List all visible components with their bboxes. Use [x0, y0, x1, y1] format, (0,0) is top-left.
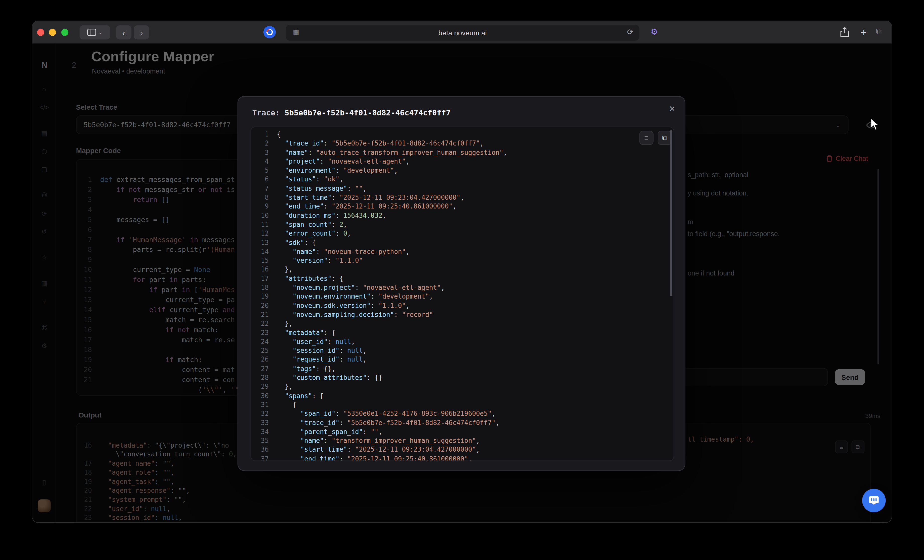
code-line: 18 "noveum.project": "novaeval-etl-agent… — [251, 283, 674, 292]
code-line: 35 "name": "transform_improver_human_sug… — [251, 436, 674, 445]
code-line: 27 "tags": {}, — [251, 364, 674, 373]
mouse-cursor — [870, 118, 880, 134]
wrap-lines-button[interactable]: ≡ — [639, 131, 653, 145]
address-bar[interactable]: ▦ beta.noveum.ai ⟳ — [286, 25, 639, 40]
share-icon[interactable] — [840, 27, 849, 39]
trace-dialog-title: Trace:5b5e0b7e-f52b-4f01-8d82-46c474cf0f… — [252, 108, 450, 117]
code-line: 9 "end_time": "2025-12-11 09:25:40.86100… — [251, 202, 674, 211]
code-line: 29 }, — [251, 382, 674, 391]
reload-icon[interactable]: ⟳ — [627, 28, 633, 36]
code-line: 31 { — [251, 400, 674, 409]
chat-bubble-icon — [868, 495, 879, 506]
browser-toolbar: ⌄ ‹ › ▦ beta.noveum.ai ⟳ ⚙ ＋ ⧉ — [32, 21, 892, 43]
json-scrollbar-thumb[interactable] — [670, 130, 672, 296]
chat-widget-button[interactable] — [862, 489, 886, 512]
trace-title-label: Trace: — [252, 108, 280, 117]
code-line: 5 "environment": "development", — [251, 166, 674, 175]
code-line: 34 "parent_span_id": "", — [251, 427, 674, 436]
code-line: 3 "name": "auto_trace_transform_improver… — [251, 148, 674, 157]
code-line: 21 "noveum.sampling.decision": "record" — [251, 310, 674, 319]
code-line: 10 "duration_ms": 156434.032, — [251, 211, 674, 220]
sidebar-toggle-button[interactable]: ⌄ — [80, 25, 110, 39]
forward-button[interactable]: › — [134, 25, 149, 39]
url-text: beta.noveum.ai — [286, 25, 639, 40]
code-line: 1{ — [251, 130, 674, 139]
code-line: 7 "status_message": "", — [251, 184, 674, 193]
window-zoom-button[interactable] — [61, 29, 68, 36]
extension-gear-icon[interactable]: ⚙ — [651, 27, 658, 37]
trace-json-viewer[interactable]: 1{2 "trace_id": "5b5e0b7e-f52b-4f01-8d82… — [250, 127, 674, 461]
desktop: ⌄ ‹ › ▦ beta.noveum.ai ⟳ ⚙ ＋ ⧉ N — [0, 0, 924, 560]
code-line: 20 "noveum.sdk.version": "1.1.0", — [251, 301, 674, 310]
copy-json-button[interactable]: ⧉ — [658, 131, 672, 145]
code-line: 11 "span_count": 2, — [251, 220, 674, 229]
code-line: 24 "user_id": null, — [251, 337, 674, 346]
noveum-logo-ring — [265, 28, 274, 37]
chevron-down-icon: ⌄ — [98, 29, 103, 35]
code-line: 17 "attributes": { — [251, 274, 674, 283]
close-icon[interactable]: ✕ — [669, 104, 675, 113]
back-button[interactable]: ‹ — [116, 25, 131, 39]
code-line: 2 "trace_id": "5b5e0b7e-f52b-4f01-8d82-4… — [251, 139, 674, 148]
code-line: 19 "noveum.environment": "development", — [251, 292, 674, 301]
code-line: 30 "spans": [ — [251, 391, 674, 400]
code-line: 23 "metadata": { — [251, 328, 674, 337]
browser-window: ⌄ ‹ › ▦ beta.noveum.ai ⟳ ⚙ ＋ ⧉ N — [32, 21, 892, 522]
code-line: 14 "name": "noveum-trace-python", — [251, 247, 674, 256]
code-line: 6 "status": "ok", — [251, 175, 674, 184]
code-line: 37 "end_time": "2025-12-11 09:25:40.8610… — [251, 454, 674, 461]
code-line: 13 "sdk": { — [251, 238, 674, 247]
window-minimize-button[interactable] — [49, 29, 56, 36]
code-line: 33 "trace_id": "5b5e0b7e-f52b-4f01-8d82-… — [251, 418, 674, 427]
sidebar-icon — [87, 29, 96, 36]
window-close-button[interactable] — [37, 29, 44, 36]
noveum-favicon[interactable] — [263, 26, 276, 38]
code-line: 32 "span_id": "5350e0e1-4252-4176-893c-9… — [251, 409, 674, 418]
code-line: 16 }, — [251, 265, 674, 274]
code-line: 28 "custom_attributes": {} — [251, 373, 674, 382]
trace-dialog: Trace:5b5e0b7e-f52b-4f01-8d82-46c474cf0f… — [237, 96, 686, 471]
code-line: 15 "version": "1.1.0" — [251, 256, 674, 265]
new-tab-icon[interactable]: ＋ — [858, 25, 868, 39]
code-line: 36 "start_time": "2025-12-11 09:23:04.42… — [251, 445, 674, 454]
code-line: 22 }, — [251, 319, 674, 328]
page-content: N ⌂</>▤⬡▢⛁⟳↺☆▥⑂⌘⚙ ▯ 2 Configure Mapper N… — [32, 43, 892, 523]
code-line: 25 "session_id": null, — [251, 346, 674, 355]
code-line: 8 "start_time": "2025-12-11 09:23:04.427… — [251, 193, 674, 202]
tab-overview-icon[interactable]: ⧉ — [876, 27, 881, 37]
code-line: 12 "error_count": 0, — [251, 229, 674, 238]
trace-id-value: 5b5e0b7e-f52b-4f01-8d82-46c474cf0ff7 — [285, 108, 450, 117]
code-line: 26 "request_id": null, — [251, 355, 674, 364]
code-line: 4 "project": "novaeval-etl-agent", — [251, 157, 674, 166]
